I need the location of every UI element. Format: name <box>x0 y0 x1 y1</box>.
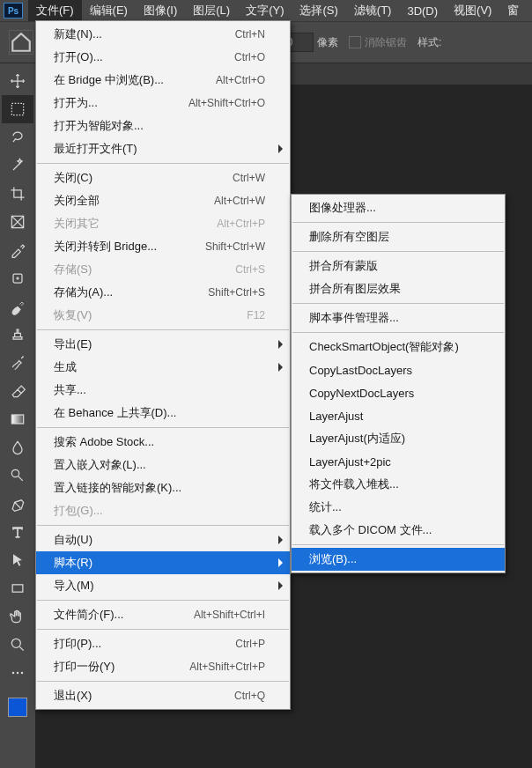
menu-item-label: LayerAjust <box>309 410 480 423</box>
file-menu-item[interactable]: 自动(U) <box>36 528 290 551</box>
file-menu-item[interactable]: 共享... <box>36 379 290 402</box>
scripts-menu-item[interactable]: LayerAjust <box>292 404 505 427</box>
file-menu-item[interactable]: 新建(N)...Ctrl+N <box>36 23 290 46</box>
scripts-menu-separator <box>292 303 504 304</box>
scripts-menu-item[interactable]: 脚本事件管理器... <box>292 306 505 329</box>
menubar-filter[interactable]: 滤镜(T) <box>346 0 400 21</box>
edit-toolbar-icon[interactable] <box>2 659 33 687</box>
scripts-menu-item[interactable]: 拼合所有蒙版 <box>292 255 505 277</box>
scripts-menu-item[interactable]: 拼合所有图层效果 <box>292 277 505 300</box>
scripts-menu-item[interactable]: 删除所有空图层 <box>292 225 505 248</box>
chevron-right-icon <box>278 363 283 372</box>
menu-item-shortcut: Alt+Ctrl+O <box>216 74 265 86</box>
menu-item-label: LayerAjust+2pic <box>309 455 480 469</box>
file-menu-separator <box>37 600 289 601</box>
file-menu-item[interactable]: 在 Behance 上共享(D)... <box>36 402 290 425</box>
file-menu-item[interactable]: 搜索 Adobe Stock... <box>36 431 290 454</box>
home-icon[interactable] <box>9 30 33 55</box>
path-selection-tool-icon[interactable] <box>2 546 33 574</box>
options-style[interactable]: 样式: <box>417 35 441 50</box>
file-menu-item[interactable]: 打开(O)...Ctrl+O <box>36 46 290 69</box>
marquee-tool-icon[interactable] <box>2 95 33 123</box>
gradient-tool-icon[interactable] <box>2 405 33 433</box>
toolbox <box>0 63 35 768</box>
menubar-view[interactable]: 视图(V) <box>446 0 499 21</box>
svg-point-6 <box>11 639 20 647</box>
file-menu-item[interactable]: 存储为(A)...Shift+Ctrl+S <box>36 281 290 304</box>
menubar-3d[interactable]: 3D(D) <box>399 2 446 20</box>
scripts-menu-item[interactable]: LayerAjust(内适应) <box>292 427 505 450</box>
eyedropper-tool-icon[interactable] <box>2 236 33 264</box>
chevron-right-icon <box>278 340 283 349</box>
menu-item-label: 统计... <box>309 499 480 515</box>
scripts-menu-item[interactable]: 浏览(B)... <box>292 548 505 571</box>
rectangle-tool-icon[interactable] <box>2 574 33 602</box>
foreground-color-swatch[interactable] <box>8 698 27 717</box>
file-menu-item[interactable]: 在 Bridge 中浏览(B)...Alt+Ctrl+O <box>36 69 290 92</box>
scripts-menu-separator <box>292 544 504 545</box>
dodge-tool-icon[interactable] <box>2 462 33 490</box>
menu-item-label: 脚本事件管理器... <box>309 310 480 326</box>
scripts-menu-item[interactable]: 载入多个 DICOM 文件... <box>292 519 505 542</box>
menu-item-shortcut: Shift+Ctrl+W <box>205 240 265 253</box>
magic-wand-tool-icon[interactable] <box>2 151 33 180</box>
menubar-type[interactable]: 文字(Y) <box>238 0 292 21</box>
menu-item-label: 关闭其它 <box>54 216 199 232</box>
file-menu-separator <box>37 163 289 164</box>
file-menu-item[interactable]: 打印一份(Y)Alt+Shift+Ctrl+P <box>36 655 290 678</box>
menu-item-label: 打开为智能对象... <box>54 118 265 134</box>
file-menu-item[interactable]: 最近打开文件(T) <box>36 137 290 160</box>
menubar-window[interactable]: 窗 <box>499 0 527 21</box>
file-menu-item[interactable]: 导出(E) <box>36 333 290 356</box>
file-menu-item[interactable]: 打开为智能对象... <box>36 114 290 137</box>
file-menu-item[interactable]: 置入嵌入对象(L)... <box>36 454 290 476</box>
file-menu-item[interactable]: 置入链接的智能对象(K)... <box>36 476 290 499</box>
type-tool-icon[interactable] <box>2 518 33 546</box>
menu-item-label: 导出(E) <box>54 336 265 352</box>
menubar-select[interactable]: 选择(S) <box>292 0 345 21</box>
scripts-menu-item[interactable]: 将文件载入堆栈... <box>292 473 505 496</box>
scripts-menu-item[interactable]: 统计... <box>292 496 505 519</box>
file-menu-item[interactable]: 打印(P)...Ctrl+P <box>36 632 290 655</box>
file-menu-item[interactable]: 脚本(R) <box>36 551 290 574</box>
file-menu-item[interactable]: 关闭全部Alt+Ctrl+W <box>36 189 290 212</box>
clone-stamp-tool-icon[interactable] <box>2 321 33 349</box>
file-menu-item[interactable]: 打开为...Alt+Shift+Ctrl+O <box>36 92 290 114</box>
eraser-tool-icon[interactable] <box>2 377 33 405</box>
scripts-menu-item[interactable]: LayerAjust+2pic <box>292 450 505 473</box>
file-menu-item[interactable]: 导入(M) <box>36 574 290 597</box>
scripts-menu-item[interactable]: 图像处理器... <box>292 196 505 219</box>
file-menu-item[interactable]: 文件简介(F)...Alt+Shift+Ctrl+I <box>36 603 290 626</box>
scripts-menu-item[interactable]: CheckSmartObject(智能对象) <box>292 336 505 358</box>
antialias-label: 消除锯齿 <box>365 35 407 50</box>
hand-tool-icon[interactable] <box>2 602 33 631</box>
history-brush-tool-icon[interactable] <box>2 349 33 377</box>
menubar-layer[interactable]: 图层(L) <box>185 0 238 21</box>
brush-tool-icon[interactable] <box>2 292 33 321</box>
pen-tool-icon[interactable] <box>2 490 33 518</box>
healing-brush-tool-icon[interactable] <box>2 264 33 292</box>
scripts-menu-item[interactable]: CopyLastDocLayers <box>292 358 505 381</box>
file-menu-item[interactable]: 关闭并转到 Bridge...Shift+Ctrl+W <box>36 235 290 258</box>
menu-item-label: 导入(M) <box>54 578 265 594</box>
move-tool-icon[interactable] <box>2 67 33 95</box>
scripts-menu-item[interactable]: CopyNextDocLayers <box>292 381 505 404</box>
file-menu-item[interactable]: 生成 <box>36 356 290 379</box>
file-menu-item[interactable]: 退出(X)Ctrl+Q <box>36 684 290 707</box>
zoom-tool-icon[interactable] <box>2 631 33 659</box>
blur-tool-icon[interactable] <box>2 433 33 462</box>
file-menu-item[interactable]: 关闭(C)Ctrl+W <box>36 166 290 189</box>
menu-item-label: 共享... <box>54 382 265 398</box>
menubar-edit[interactable]: 编辑(E) <box>82 0 136 21</box>
checkbox-icon[interactable] <box>349 36 361 48</box>
crop-tool-icon[interactable] <box>2 180 33 208</box>
frame-tool-icon[interactable] <box>2 208 33 236</box>
menubar-image[interactable]: 图像(I) <box>136 0 185 21</box>
file-menu-separator <box>37 681 289 682</box>
menu-item-label: CheckSmartObject(智能对象) <box>309 339 480 355</box>
lasso-tool-icon[interactable] <box>2 123 33 151</box>
menubar-file[interactable]: 文件(F) <box>28 0 82 21</box>
menu-item-label: 浏览(B)... <box>309 551 480 567</box>
options-antialias[interactable]: 消除锯齿 <box>349 35 407 50</box>
file-menu-separator <box>37 525 289 526</box>
